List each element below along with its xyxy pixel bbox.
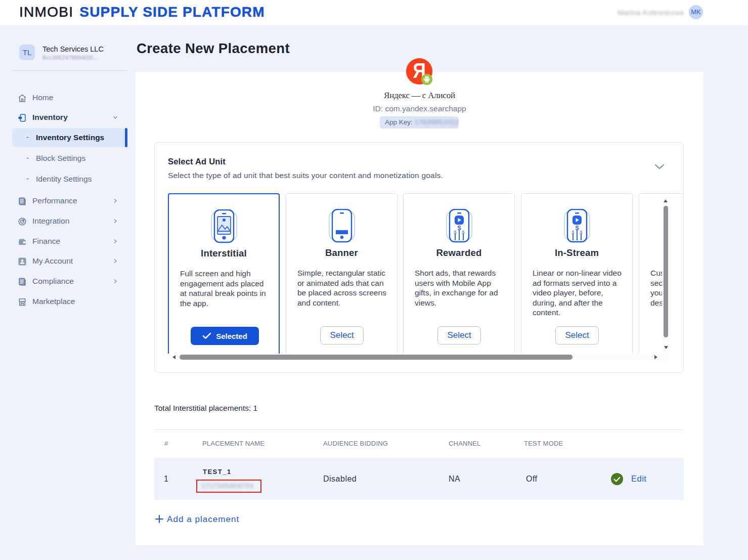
svg-text:$: $ [462, 230, 464, 235]
svg-text:$: $ [571, 230, 574, 235]
svg-text:$: $ [454, 230, 456, 235]
svg-text:$: $ [580, 230, 582, 235]
svg-text:$: $ [457, 224, 461, 232]
svg-text:$: $ [575, 224, 579, 232]
